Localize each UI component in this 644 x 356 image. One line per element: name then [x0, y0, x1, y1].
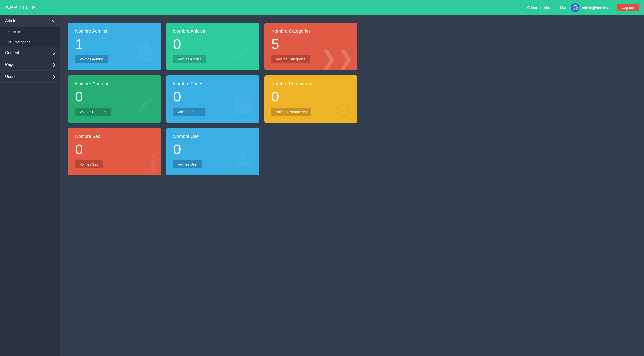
card-seo-count: 0 — [75, 142, 83, 156]
sidebar-item-page[interactable]: Page — [0, 59, 60, 71]
chevron-right-icon-content — [53, 51, 55, 55]
card-contents-button[interactable]: Voir les Contents — [75, 108, 111, 116]
sidebar-item-articles-label: Articles — [13, 30, 24, 34]
card-categories: Nombre Categories 5 Voir les Categories … — [264, 23, 357, 70]
card-pages-title: Nombre Pages — [173, 81, 252, 87]
power-icon — [572, 5, 578, 10]
card-parametres: Nombre Parametres 0 Voir les Parametres … — [264, 75, 357, 123]
categories-bg-icon: ❯❯ — [320, 48, 354, 68]
svg-point-4 — [239, 151, 247, 158]
app-title: APP-TITLE — [5, 4, 527, 11]
sidebar-item-article[interactable]: Article — [0, 15, 60, 27]
card-users-title: Nombre User — [173, 134, 252, 139]
nav-administration[interactable]: Administration — [527, 5, 552, 10]
sidebar-item-users-label: Users — [5, 74, 16, 79]
card-seo-button[interactable]: Voir les Seo — [75, 160, 103, 168]
sidebar-submenu-article: ✎ Articles 🏷 Categories — [0, 27, 60, 47]
card-categories-count: 5 — [271, 37, 279, 51]
user-email: admin@admin.com — [582, 6, 614, 10]
card-categories-title: Nombre Categories — [271, 29, 350, 34]
card-seo: Nombre Seo 0 Voir les Seo ℹ — [68, 128, 161, 175]
card-users-count: 0 — [173, 142, 181, 156]
header: APP-TITLE Administration Home admin@admi… — [0, 0, 644, 15]
svg-rect-1 — [234, 97, 252, 114]
card-contents-count: 0 — [75, 90, 83, 104]
sidebar-item-users[interactable]: Users — [0, 71, 60, 83]
logout-button[interactable]: Log out — [617, 4, 639, 11]
sidebar-item-content-label: Content — [5, 51, 19, 55]
card-users: Nombre User 0 Voir les User — [166, 128, 259, 175]
categories-icon: 🏷 — [8, 40, 11, 44]
sidebar: Article ✎ Articles 🏷 Categories Content … — [0, 15, 60, 356]
card-pages-button[interactable]: Voir les Pages — [173, 108, 205, 116]
card-categories-button[interactable]: Voir les Categories — [271, 55, 310, 63]
card-contents-title: Nombre Contents — [75, 81, 154, 87]
card-parametres-title: Nombre Parametres — [271, 81, 350, 87]
card-users-button[interactable]: Voir les User — [173, 160, 202, 168]
card-admins-count: 1 — [75, 37, 83, 51]
card-contents: Nombre Contents 0 Voir les Contents — [68, 75, 161, 123]
card-articles-button[interactable]: Voir les Articles — [173, 55, 206, 63]
admins-bg-icon — [133, 42, 156, 68]
card-articles-title: Nombre Articles — [173, 29, 252, 34]
chevron-right-icon-page — [53, 63, 55, 67]
layout: Article ✎ Articles 🏷 Categories Content … — [0, 15, 644, 356]
nav-home[interactable]: Home — [560, 5, 571, 10]
seo-bg-icon: ℹ — [149, 153, 157, 174]
chevron-down-icon — [53, 19, 55, 23]
sidebar-item-content[interactable]: Content — [0, 47, 60, 59]
parametres-bg-icon: ⚙ — [334, 100, 353, 122]
articles-icon: ✎ — [8, 30, 10, 34]
articles-bg-icon — [232, 42, 254, 68]
card-parametres-count: 0 — [271, 90, 279, 104]
sidebar-item-page-label: Page — [5, 62, 14, 67]
card-admins-title: Nombre Admins — [75, 29, 154, 34]
chevron-right-icon-users — [53, 75, 55, 79]
card-admins: Nombre Admins 1 Voir les Admins — [68, 23, 161, 70]
user-icon — [571, 3, 579, 12]
card-articles: Nombre Articles 0 Voir les Articles — [166, 23, 259, 70]
card-admins-button[interactable]: Voir les Admins — [75, 55, 108, 63]
card-articles-count: 0 — [173, 37, 181, 51]
sidebar-item-categories-label: Categories — [13, 40, 30, 44]
users-bg-icon — [232, 147, 254, 173]
header-nav: Administration Home — [527, 5, 571, 10]
sidebar-item-articles[interactable]: ✎ Articles — [0, 27, 60, 37]
main-content: Nombre Admins 1 Voir les Admins Nombre A… — [60, 15, 644, 356]
card-seo-title: Nombre Seo — [75, 134, 154, 139]
pages-bg-icon — [232, 94, 254, 120]
header-user: admin@admin.com Log out — [571, 3, 639, 12]
card-parametres-button[interactable]: Voir les Parametres — [271, 108, 311, 116]
sidebar-item-article-label: Article — [5, 19, 16, 23]
sidebar-item-categories[interactable]: 🏷 Categories — [0, 37, 60, 47]
contents-bg-icon — [133, 94, 156, 120]
card-pages-count: 0 — [173, 90, 181, 104]
card-pages: Nombre Pages 0 Voir les Pages — [166, 75, 259, 123]
cards-grid: Nombre Admins 1 Voir les Admins Nombre A… — [68, 23, 357, 175]
